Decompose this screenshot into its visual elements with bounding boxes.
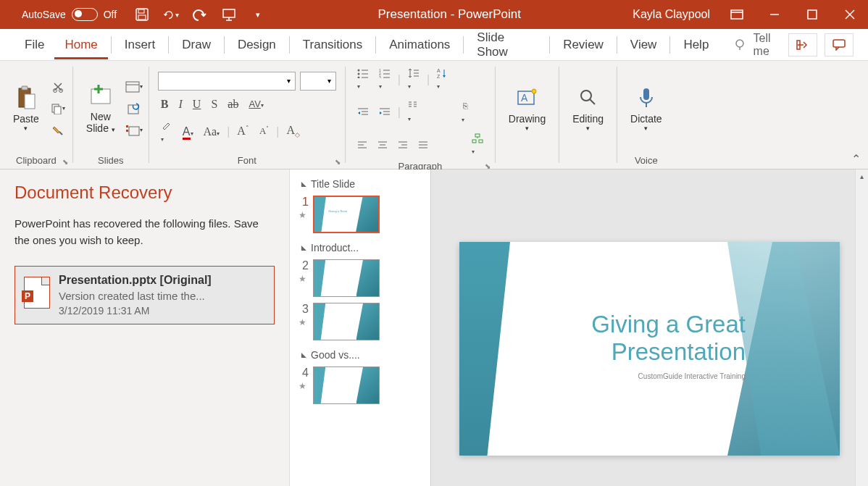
paste-icon — [14, 85, 38, 110]
tab-view[interactable]: View — [620, 30, 667, 59]
align-center-button[interactable] — [375, 139, 391, 151]
svg-text:Z: Z — [437, 74, 441, 78]
scroll-up-icon[interactable]: ▴ — [856, 169, 868, 183]
pptx-badge: P — [22, 290, 33, 302]
indent-increase-button[interactable] — [376, 106, 393, 119]
thumbnail-4[interactable]: 4★ — [290, 365, 430, 409]
copy-button[interactable]: ▾ — [49, 100, 67, 117]
slide-thumbnails-panel[interactable]: Title Slide 1★ Giving a Great Introduct.… — [290, 169, 431, 486]
slide-subtitle[interactable]: CustomGuide Interactive Training — [593, 372, 746, 380]
undo-icon[interactable]: ▾ — [163, 7, 179, 22]
indent-decrease-button[interactable] — [354, 106, 372, 119]
group-clipboard: Paste ▾ ▾ Clipboard⬊ — [0, 61, 72, 169]
font-size-input[interactable]: ▾ — [300, 72, 336, 91]
close-button[interactable] — [839, 4, 861, 25]
current-slide[interactable]: Giving a Great Presentation CustomGuide … — [459, 242, 840, 456]
recovery-item[interactable]: P Presentation.pptx [Original] Version c… — [14, 266, 275, 324]
section-header-1[interactable]: Title Slide — [290, 174, 430, 194]
window-title: Presentation - PowerPoint — [266, 7, 633, 22]
maximize-button[interactable] — [801, 4, 823, 25]
justify-button[interactable] — [415, 139, 431, 151]
tab-draw[interactable]: Draw — [172, 30, 221, 59]
underline-button[interactable]: U — [190, 96, 204, 112]
font-launcher-icon[interactable]: ⬊ — [335, 158, 341, 166]
share-button[interactable] — [788, 33, 817, 56]
svg-rect-1 — [138, 9, 144, 13]
highlight-button[interactable]: ▾ — [158, 118, 175, 146]
tab-slideshow[interactable]: Slide Show — [467, 23, 546, 67]
svg-point-32 — [357, 70, 359, 72]
svg-point-12 — [736, 40, 743, 47]
autosave-toggle[interactable]: AutoSave Off — [22, 8, 117, 21]
section-button[interactable]: ▾ — [125, 122, 143, 139]
cut-button[interactable] — [49, 78, 67, 96]
vertical-scrollbar[interactable]: ▴ — [855, 169, 868, 486]
italic-button[interactable]: I — [176, 96, 185, 112]
layout-button[interactable]: ▾ — [125, 78, 143, 96]
bold-button[interactable]: B — [158, 96, 172, 112]
bullets-button[interactable]: ▾ — [354, 67, 372, 93]
svg-rect-26 — [126, 82, 139, 92]
tab-design[interactable]: Design — [228, 30, 286, 59]
line-spacing-button[interactable]: ▾ — [405, 67, 422, 93]
svg-line-84 — [590, 99, 595, 104]
align-right-button[interactable] — [395, 139, 411, 151]
font-name-input[interactable]: ▾ — [158, 72, 296, 91]
smartart-button[interactable]: ▾ — [469, 132, 486, 158]
format-painter-button[interactable] — [49, 122, 67, 139]
reset-button[interactable] — [125, 100, 143, 117]
new-slide-button[interactable]: New Slide ▾ — [79, 80, 122, 137]
text-direction-button[interactable]: ⎘▾ — [459, 99, 476, 126]
font-color-button[interactable]: A▾ — [180, 124, 196, 140]
change-case-button[interactable]: Aa▾ — [201, 124, 223, 140]
brush-icon — [52, 125, 64, 136]
tell-me-search[interactable]: Tell me — [733, 32, 788, 58]
qat-more-icon[interactable]: ▾ — [250, 7, 266, 22]
redo-icon[interactable] — [192, 7, 208, 22]
numbering-button[interactable]: 123▾ — [376, 67, 393, 93]
clipboard-launcher-icon[interactable]: ⬊ — [62, 158, 68, 166]
slide-title[interactable]: Giving a Great Presentation — [572, 311, 746, 366]
tab-review[interactable]: Review — [553, 30, 614, 59]
tab-animations[interactable]: Animations — [379, 30, 460, 59]
sort-button[interactable]: AZ▾ — [434, 67, 450, 93]
editing-button[interactable]: Editing ▾ — [565, 83, 611, 135]
group-editing: Editing ▾ — [559, 61, 617, 169]
columns-button[interactable]: ▾ — [405, 99, 421, 125]
drawing-icon: A — [515, 85, 540, 110]
shadow-button[interactable]: S — [208, 96, 220, 112]
pptx-file-icon: P — [24, 277, 50, 309]
comments-button[interactable] — [825, 33, 854, 56]
section-header-2[interactable]: Introduct... — [290, 238, 430, 258]
char-spacing-button[interactable]: AV▾ — [246, 97, 266, 112]
strikethrough-button[interactable]: ab — [225, 96, 241, 112]
paste-button[interactable]: Paste ▾ — [6, 83, 46, 135]
align-left-button[interactable] — [354, 139, 370, 151]
minimize-button[interactable] — [764, 4, 785, 25]
shrink-font-button[interactable]: A˅ — [256, 124, 272, 138]
slide-canvas[interactable]: Giving a Great Presentation CustomGuide … — [431, 169, 868, 486]
save-icon[interactable] — [134, 7, 150, 22]
tab-help[interactable]: Help — [673, 30, 719, 59]
thumbnail-3[interactable]: 3★ — [290, 301, 430, 345]
layout-icon — [125, 81, 140, 93]
clear-format-button[interactable]: A◇ — [283, 122, 303, 140]
present-icon[interactable] — [221, 7, 237, 22]
thumbnail-1[interactable]: 1★ Giving a Great — [290, 194, 430, 238]
recovery-heading: Document Recovery — [14, 183, 275, 203]
tab-transitions[interactable]: Transitions — [293, 30, 373, 59]
autosave-state: Off — [104, 9, 117, 20]
dictate-button[interactable]: Dictate ▾ — [623, 83, 669, 135]
tab-file[interactable]: File — [14, 30, 54, 59]
svg-rect-78 — [479, 140, 483, 143]
tab-home[interactable]: Home — [54, 30, 107, 59]
collapse-ribbon-icon[interactable]: ⌃ — [851, 152, 861, 166]
thumbnail-2[interactable]: 2★ — [290, 258, 430, 301]
grow-font-button[interactable]: A˄ — [234, 123, 252, 139]
tab-insert[interactable]: Insert — [114, 30, 166, 59]
section-header-3[interactable]: Good vs.... — [290, 345, 430, 365]
new-slide-icon — [88, 83, 113, 108]
ribbon-display-icon[interactable] — [726, 4, 748, 25]
drawing-button[interactable]: A Drawing ▾ — [501, 83, 553, 135]
user-name[interactable]: Kayla Claypool — [633, 8, 710, 21]
